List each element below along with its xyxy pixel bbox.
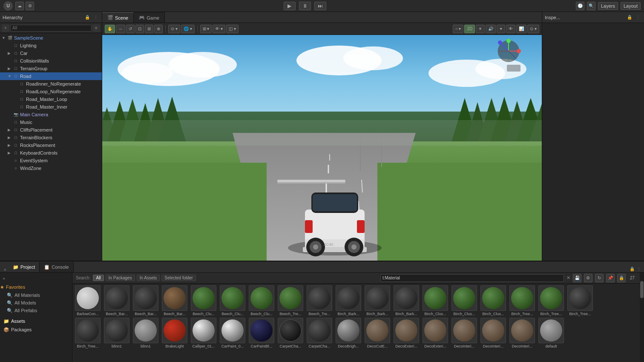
project-add-button[interactable]: + <box>3 276 5 281</box>
cloud-button[interactable]: ☁ <box>15 2 24 10</box>
asset-BeechTre2[interactable]: Beech_Tre... <box>306 285 333 316</box>
rect-tool[interactable]: ⊞ <box>145 25 153 33</box>
stats-button[interactable]: 📊 <box>516 25 526 33</box>
tab-game[interactable]: 🎮 Game <box>134 12 165 23</box>
lock-assets-button[interactable]: 🔒 <box>617 274 626 282</box>
filter-assets-button[interactable]: In Assets <box>137 275 160 281</box>
project-all-models[interactable]: 🔍 All Models <box>0 299 72 307</box>
shading-button[interactable]: ○ ▾ <box>453 25 464 33</box>
hidden-button[interactable]: 👁 <box>506 25 515 33</box>
tab-project[interactable]: 📁 Project <box>9 262 40 272</box>
clear-search-button[interactable]: ✕ <box>566 275 570 281</box>
filter-all-button[interactable]: All <box>93 275 104 281</box>
asset-blinn1a[interactable]: blinn1 <box>103 318 130 348</box>
audio-button[interactable]: 🔊 <box>486 25 496 33</box>
hierarchy-item-CollisionWalls[interactable]: □ CollisionWalls <box>0 57 102 65</box>
asset-CarPaint0[interactable]: CarPaint_0... <box>219 318 246 348</box>
asset-DecoInteri3[interactable]: DecoInteri... <box>509 318 536 348</box>
add-gameobject-button[interactable]: + <box>2 24 9 32</box>
asset-BirchTree2[interactable]: Birch_Tree... <box>538 285 565 316</box>
move-tool[interactable]: ↔ <box>116 25 125 33</box>
asset-BrakeLight[interactable]: BrakeLight <box>161 318 188 348</box>
play-button[interactable]: ▶ <box>284 2 296 10</box>
asset-BirchClus3[interactable]: Birch_Clus... <box>480 285 507 316</box>
scene-gizmo[interactable] <box>496 38 521 64</box>
asset-BeechBar2[interactable]: Beech_Bar... <box>132 285 159 316</box>
gizmos-button[interactable]: ⊙ ▾ <box>527 25 539 33</box>
tab-console[interactable]: 📋 Console <box>40 262 73 272</box>
project-all-prefabs[interactable]: 🔍 All Prefabs <box>0 307 72 314</box>
global-button[interactable]: 🌐 ▾ <box>181 25 195 33</box>
filter-selected-button[interactable]: Selected folder <box>161 275 196 281</box>
project-assets-folder[interactable]: 📁 Assets <box>0 317 72 325</box>
assets-scrollbar[interactable] <box>640 273 644 362</box>
project-all-materials[interactable]: 🔍 All Materials <box>0 291 72 299</box>
asset-default[interactable]: default <box>538 318 565 348</box>
layout-dropdown[interactable]: Layout <box>621 2 641 10</box>
asset-BirchClus1[interactable]: Birch_Clus... <box>422 285 449 316</box>
hierarchy-item-EventSystem[interactable]: ○ EventSystem <box>0 157 102 164</box>
scrollbar-thumb[interactable] <box>640 281 644 298</box>
asset-BirchTree1[interactable]: Birch_Tree... <box>509 285 536 316</box>
favorites-header[interactable]: ★ Favorites <box>0 283 72 291</box>
hierarchy-item-TerrainBlockers[interactable]: ▶ □ TerrainBlockers <box>0 134 102 141</box>
asset-CarpetCha2[interactable]: CarpetCha... <box>306 318 333 348</box>
hierarchy-item-SampleScene[interactable]: ▼ 🎬 SampleScene <box>0 34 102 42</box>
hierarchy-item-MainCamera[interactable]: 📷 Main Camera <box>0 111 102 118</box>
asset-DecoBright[interactable]: DecoBrigh... <box>335 318 362 348</box>
pause-button[interactable]: ⏸ <box>299 2 311 10</box>
tab-scene[interactable]: 🎬 Scene <box>102 12 134 23</box>
pin-button[interactable]: 📌 <box>606 274 615 282</box>
asset-DecoExteri2[interactable]: DecoExteri... <box>422 318 449 348</box>
unity-logo[interactable]: U <box>3 1 13 11</box>
collab-button[interactable]: ⚙ <box>26 2 34 10</box>
hierarchy-item-Music[interactable]: □ Music <box>0 118 102 126</box>
scale-tool[interactable]: ⊡ <box>135 25 144 33</box>
scene-view[interactable]: XC40 <box>102 35 542 261</box>
asset-BeechBar1[interactable]: Beech_Bar... <box>103 285 130 316</box>
refresh-button[interactable]: ↻ <box>595 274 604 282</box>
hierarchy-item-CliffsPlacement[interactable]: ▶ □ CliffsPlacement <box>0 126 102 134</box>
assets-search-input[interactable] <box>380 274 564 282</box>
asset-BirchBark2[interactable]: Birch_Bark... <box>364 285 391 316</box>
asset-Calliper[interactable]: Calliper_01... <box>190 318 217 348</box>
asset-BeechClu2[interactable]: Beech_Clu... <box>219 285 246 316</box>
project-packages-folder[interactable]: 📦 Packages <box>0 325 72 334</box>
bottom-panel-menu[interactable]: ⋮ <box>635 265 642 272</box>
asset-BirchBark1[interactable]: Birch_Bark... <box>335 285 362 316</box>
asset-BarlowCon[interactable]: BarlowCon... <box>74 285 101 316</box>
effects-button[interactable]: ✦ <box>497 25 505 33</box>
filter-packages-button[interactable]: In Packages <box>106 275 135 281</box>
layers-dropdown[interactable]: Layers <box>598 2 618 10</box>
grid-button[interactable]: ⊞ ▾ <box>200 25 212 33</box>
asset-BirchTree3[interactable]: Birch_Tree... <box>566 285 594 316</box>
vis-button[interactable]: 👁 ▾ <box>213 25 225 33</box>
search-options-button[interactable]: ⚙ <box>584 274 592 282</box>
hand-tool[interactable]: ✋ <box>105 25 115 33</box>
hierarchy-options-button[interactable]: ≡ <box>92 24 100 32</box>
hierarchy-search[interactable] <box>10 25 92 32</box>
hierarchy-lock-icon[interactable]: 🔒 <box>84 14 91 21</box>
add-tab-button[interactable]: + <box>2 267 9 272</box>
hierarchy-item-Car[interactable]: ▶ □ Car <box>0 49 102 57</box>
hierarchy-menu-icon[interactable]: ⋮ <box>92 14 99 21</box>
save-search-button[interactable]: 💾 <box>573 274 581 282</box>
hierarchy-item-RocksPlacement[interactable]: ▶ □ RocksPlacement <box>0 141 102 149</box>
asset-CarPaintBl[interactable]: CarPaintBl... <box>248 318 275 348</box>
hierarchy-item-Lighting[interactable]: □ Lighting <box>0 42 102 49</box>
inspector-lock-button[interactable]: 🔒 <box>626 14 633 21</box>
asset-BeechClu3[interactable]: Beech_Clu... <box>248 285 275 316</box>
asset-CarpetCha1[interactable]: CarpetCha... <box>277 318 304 348</box>
step-button[interactable]: ⏭ <box>314 2 326 10</box>
asset-BirchTree4[interactable]: Birch_Tree... <box>74 318 101 348</box>
pivot-button[interactable]: ⊙ ▾ <box>168 25 180 33</box>
rotate-tool[interactable]: ↺ <box>126 25 135 33</box>
hierarchy-item-WindZone[interactable]: ○ WindZone <box>0 164 102 172</box>
2d-button[interactable]: 2D <box>464 25 475 33</box>
asset-BeechTre1[interactable]: Beech_Tre... <box>277 285 304 316</box>
asset-DecoInteri2[interactable]: DecoInteri... <box>480 318 507 348</box>
inspector-menu-button[interactable]: ⋮ <box>635 14 641 21</box>
transform-tool[interactable]: ⊕ <box>154 25 163 33</box>
search-button[interactable]: 🔍 <box>587 2 595 10</box>
asset-BeechBar3[interactable]: Beech_Bar... <box>161 285 188 316</box>
